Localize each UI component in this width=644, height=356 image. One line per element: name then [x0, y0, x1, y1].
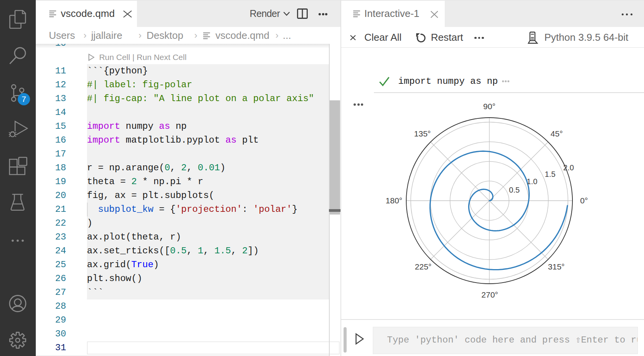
svg-text:315°: 315°	[548, 262, 564, 271]
svg-text:225°: 225°	[415, 262, 431, 271]
svg-text:1.0: 1.0	[527, 177, 537, 186]
svg-text:270°: 270°	[481, 290, 498, 299]
svg-text:45°: 45°	[551, 129, 563, 138]
svg-text:135°: 135°	[414, 129, 430, 138]
svg-text:1.5: 1.5	[545, 170, 556, 178]
svg-text:90°: 90°	[483, 102, 496, 111]
svg-text:0°: 0°	[580, 196, 588, 205]
svg-text:180°: 180°	[385, 196, 402, 205]
svg-text:2.0: 2.0	[563, 163, 574, 172]
svg-text:0.5: 0.5	[509, 186, 520, 194]
